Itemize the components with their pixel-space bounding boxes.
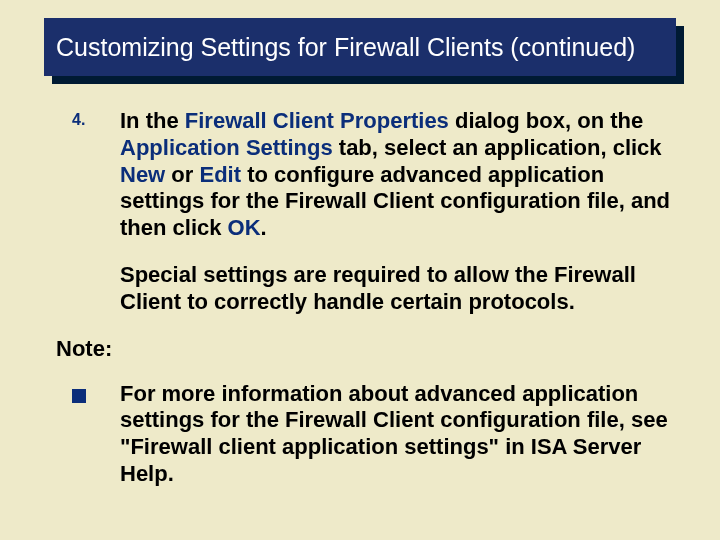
ui-ref-edit: Edit: [199, 162, 241, 187]
note-row: For more information about advanced appl…: [72, 381, 672, 488]
step-part: In the: [120, 108, 185, 133]
ui-ref-firewall-client-properties: Firewall Client Properties: [185, 108, 449, 133]
step-part: or: [165, 162, 199, 187]
step-part: tab, select an application, click: [333, 135, 662, 160]
step-text: In the Firewall Client Properties dialog…: [120, 108, 672, 242]
bullet-marker: [72, 381, 120, 488]
step-row: 4. In the Firewall Client Properties dia…: [72, 108, 672, 242]
slide: Customizing Settings for Firewall Client…: [0, 0, 720, 540]
step-part: .: [261, 215, 267, 240]
step-number: 4.: [72, 110, 85, 130]
ui-ref-ok: OK: [228, 215, 261, 240]
slide-title: Customizing Settings for Firewall Client…: [56, 33, 635, 62]
square-bullet-icon: [72, 389, 86, 403]
title-box: Customizing Settings for Firewall Client…: [44, 18, 676, 76]
step-number-marker: 4.: [72, 108, 120, 242]
ui-ref-new: New: [120, 162, 165, 187]
step-part: dialog box, on the: [449, 108, 643, 133]
special-row: Special settings are required to allow t…: [72, 262, 672, 316]
title-bar: Customizing Settings for Firewall Client…: [44, 18, 676, 76]
ui-ref-application-settings: Application Settings: [120, 135, 333, 160]
empty-marker: [72, 262, 120, 316]
special-text: Special settings are required to allow t…: [120, 262, 672, 316]
note-body: For more information about advanced appl…: [120, 381, 672, 488]
slide-body: 4. In the Firewall Client Properties dia…: [72, 108, 672, 508]
note-label: Note:: [56, 336, 672, 363]
